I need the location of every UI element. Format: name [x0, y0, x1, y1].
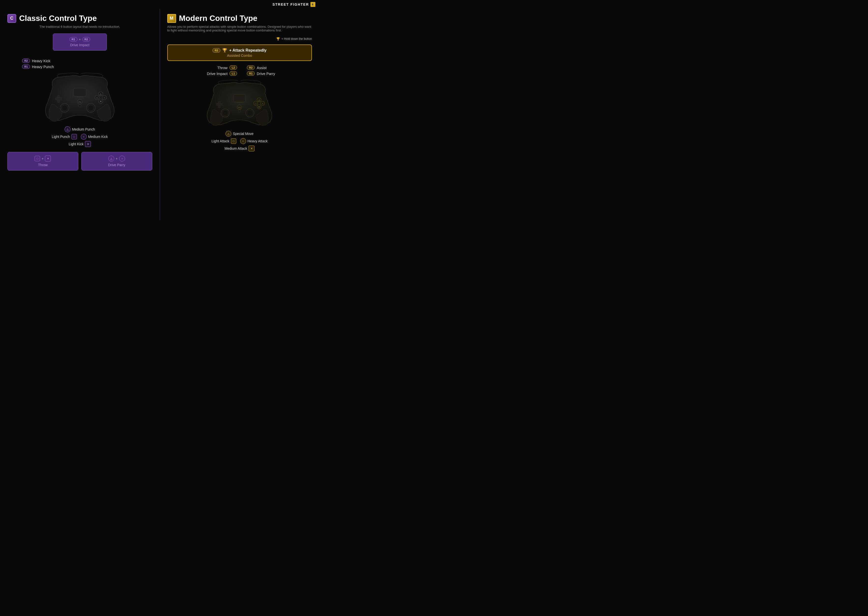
assist-trigger: R2 Assist — [247, 65, 312, 70]
r1-drive-parry-badge: R1 — [247, 71, 255, 76]
modern-header: M Modern Control Type — [167, 14, 312, 23]
light-kick-item: Light Kick ✕ — [69, 141, 91, 147]
svg-text:✕: ✕ — [100, 100, 102, 103]
assisted-combo-box: R2 🏆 + Attack Repeatedly Assisted Combo — [167, 44, 312, 61]
heavy-attack-label: Heavy Attack — [248, 139, 268, 143]
drive-impact-trigger: Drive Impact L1 — [167, 71, 237, 76]
modern-square-circle-row: Light Attack □ ○ Heavy Attack — [167, 138, 312, 144]
svg-point-44 — [241, 102, 242, 103]
r2-gold-badge: R2 — [213, 48, 220, 53]
throw-label: Throw — [11, 163, 75, 167]
heavy-kick-label: Heavy Kick — [32, 59, 50, 63]
svg-point-27 — [222, 110, 228, 116]
throw-cross: ✕ — [45, 156, 51, 162]
assist-label: Assist — [257, 66, 266, 70]
r1-badge: R1 — [69, 37, 77, 42]
svg-point-18 — [78, 97, 79, 97]
svg-text:△: △ — [100, 93, 102, 95]
throw-combo-box: □ + ✕ Throw — [7, 152, 78, 171]
brand-logo: STREET FIGHTER 6 — [273, 2, 315, 7]
hold-note-text: = Hold down the button — [282, 37, 312, 41]
hold-note: 🏆 = Hold down the button — [167, 37, 312, 41]
main-container: C Classic Control Type The traditional 6… — [0, 9, 319, 220]
drive-impact-modern-label: Drive Impact — [207, 72, 227, 76]
modern-circle-btn: ○ — [240, 138, 246, 144]
modern-button-labels: △ Special Move Light Attack □ ○ Heavy At… — [167, 131, 312, 151]
throw-square: □ — [34, 156, 40, 161]
sf-icon: 6 — [310, 2, 315, 7]
trigger-row-r2: R2 Heavy Kick — [22, 58, 50, 63]
svg-rect-2 — [55, 97, 62, 100]
svg-rect-23 — [234, 94, 245, 102]
classic-button-labels: △ Medium Punch Light Punch □ ○ Medium Ki… — [7, 126, 152, 147]
modern-panel: M Modern Control Type Allows you to perf… — [160, 9, 320, 220]
medium-kick-item: ○ Medium Kick — [81, 134, 108, 140]
r2-assist-badge: R2 — [247, 65, 255, 70]
svg-text:□: □ — [96, 96, 98, 99]
l1-badge: L1 — [229, 71, 237, 76]
svg-text:△: △ — [259, 99, 260, 101]
light-attack-item: Light Attack □ — [212, 138, 236, 144]
svg-point-41 — [238, 102, 239, 103]
controller-svg-classic: △ □ ○ ✕ PS — [38, 72, 122, 124]
svg-point-19 — [79, 97, 80, 97]
circle-btn: ○ — [81, 134, 87, 140]
svg-text:○: ○ — [262, 102, 263, 105]
parry-triangle: △ — [108, 156, 114, 162]
svg-rect-25 — [216, 103, 222, 105]
svg-text:PS: PS — [78, 101, 81, 103]
modern-controller: △ □ ○ ✕ PS — [167, 79, 312, 128]
parry-circle: ○ — [119, 156, 125, 162]
svg-point-40 — [237, 102, 238, 103]
svg-point-4 — [62, 105, 67, 111]
top-bar: STREET FIGHTER 6 — [0, 0, 319, 9]
modern-triangle-btn: △ — [226, 131, 231, 137]
medium-kick-label: Medium Kick — [88, 135, 108, 138]
modern-triangle-row: △ Special Move — [167, 131, 312, 137]
classic-controller: △ □ ○ ✕ PS — [7, 72, 152, 124]
svg-point-20 — [81, 97, 81, 97]
l2-badge: L2 — [229, 65, 237, 70]
modern-right-triggers: R2 Assist R1 Drive Parry — [242, 65, 312, 77]
medium-attack-item: Medium Attack ✕ — [224, 146, 254, 151]
heavy-punch-label: Heavy Punch — [32, 64, 54, 69]
assisted-combo-top: R2 🏆 + Attack Repeatedly — [213, 48, 266, 53]
light-kick-label: Light Kick — [69, 142, 83, 146]
modern-square-btn: □ — [231, 138, 236, 144]
drive-impact-keys: R1 + R2 — [58, 37, 102, 42]
modern-cross-btn: ✕ — [249, 146, 254, 151]
classic-title: Classic Control Type — [19, 14, 97, 23]
modern-triggers: Throw L2 Drive Impact L1 R2 Assist R1 Dr… — [167, 65, 312, 77]
svg-point-21 — [82, 97, 83, 97]
drive-impact-box: R1 + R2 Drive Impact — [53, 33, 107, 50]
cross-row: Light Kick ✕ — [7, 141, 152, 147]
trigger-row-r1: R1 Heavy Punch — [22, 64, 54, 69]
plus-symbol: + — [79, 38, 81, 41]
modern-title: Modern Control Type — [179, 14, 257, 23]
parry-plus: + — [116, 157, 118, 160]
svg-text:✕: ✕ — [258, 105, 260, 108]
svg-rect-0 — [74, 88, 86, 96]
square-circle-row: Light Punch □ ○ Medium Kick — [7, 134, 152, 140]
svg-text:PS: PS — [238, 107, 241, 108]
light-attack-label: Light Attack — [212, 139, 229, 143]
svg-point-42 — [239, 102, 240, 103]
light-punch-label: Light Punch — [52, 135, 70, 138]
modern-cross-row: Medium Attack ✕ — [167, 146, 312, 151]
svg-point-6 — [88, 105, 94, 111]
controller-svg-modern: △ □ ○ ✕ PS — [200, 79, 279, 128]
drive-parry-modern-label: Drive Parry — [257, 72, 275, 76]
light-punch-item: Light Punch □ — [52, 134, 77, 139]
drive-parry-keys: △ + ○ — [85, 156, 149, 162]
svg-point-43 — [240, 102, 241, 103]
cross-btn: ✕ — [85, 141, 91, 147]
drive-parry-trigger: R1 Drive Parry — [247, 71, 312, 76]
drive-parry-label: Drive Parry — [85, 163, 149, 167]
r2-trigger-badge: R2 — [22, 58, 30, 63]
medium-punch-label: Medium Punch — [72, 127, 95, 131]
attack-repeatedly-text: + Attack Repeatedly — [229, 48, 266, 53]
assisted-combo-label: Assisted Combo — [227, 53, 252, 58]
square-btn: □ — [72, 134, 77, 139]
medium-attack-label: Medium Attack — [224, 146, 247, 151]
classic-combo-row: □ + ✕ Throw △ + ○ Drive Parry — [7, 152, 152, 171]
